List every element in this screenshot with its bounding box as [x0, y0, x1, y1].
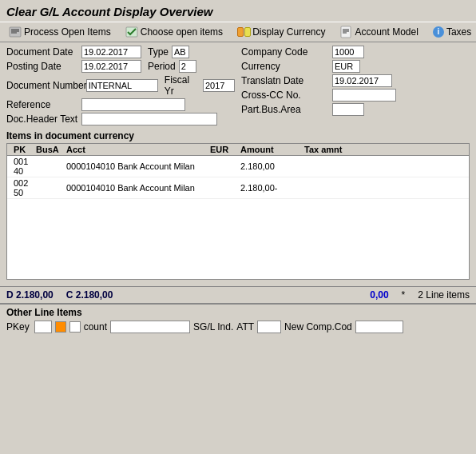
form-section: Document Date Type Posting Date Period D…: [6, 46, 470, 127]
translatn-date-row: Translatn Date: [241, 74, 470, 87]
toolbar-taxes[interactable]: i Taxes: [430, 26, 474, 38]
posting-date-row: Posting Date Period: [6, 60, 235, 73]
part-bus-row: Part.Bus.Area: [241, 103, 470, 116]
form-left: Document Date Type Posting Date Period D…: [6, 46, 235, 127]
reference-input[interactable]: [81, 98, 185, 111]
company-code-row: Company Code: [241, 46, 470, 58]
company-code-label: Company Code: [241, 46, 329, 58]
type-input[interactable]: [172, 46, 189, 58]
type-label: Type: [148, 46, 169, 58]
row2-amount: 2.180,00-: [237, 183, 301, 193]
toolbar: Process Open Items Choose open items Dis…: [0, 22, 476, 42]
posting-date-label: Posting Date: [6, 61, 78, 72]
part-bus-label: Part.Bus.Area: [241, 104, 329, 115]
table-row[interactable]: 001 40 0000104010 Bank Account Milan 2.1…: [7, 156, 469, 177]
footer-line-items: 2 Line items: [418, 289, 470, 301]
fiscal-yr-input[interactable]: [203, 79, 235, 92]
col-header-taxamnt: Tax amnt: [301, 145, 357, 154]
period-label: Period: [148, 61, 176, 72]
reference-label: Reference: [6, 99, 78, 110]
svg-rect-0: [10, 27, 21, 37]
currency-label: Currency: [241, 61, 329, 72]
footer-debit: D 2.180,00: [6, 289, 54, 301]
posting-date-input[interactable]: [81, 60, 141, 73]
doc-number-input[interactable]: [86, 79, 158, 92]
col-header-acct: Acct: [63, 145, 207, 154]
newcomp-input[interactable]: [355, 321, 403, 333]
col-header-eur: EUR: [207, 145, 237, 154]
taxes-label: Taxes: [446, 26, 471, 38]
company-code-input[interactable]: [332, 46, 364, 58]
fiscal-yr-label: Fiscal Yr: [165, 74, 200, 97]
row1-pk: 001 40: [10, 157, 33, 176]
process-open-items-label: Process Open Items: [24, 26, 111, 38]
account-model-label: Account Model: [355, 26, 418, 38]
translatn-date-input[interactable]: [332, 74, 392, 87]
col-header-pk: PK: [10, 145, 33, 154]
footer-credit: C 2.180,00: [66, 289, 113, 301]
main-content: Document Date Type Posting Date Period D…: [0, 42, 476, 286]
doc-header-label: Doc.Header Text: [6, 114, 78, 125]
items-table: PK BusA Acct EUR Amount Tax amnt 001 40 …: [6, 143, 470, 280]
white-box: [69, 321, 81, 333]
account-icon: [339, 26, 352, 38]
col-header-busa: BusA: [33, 145, 63, 154]
newcomp-label: New Comp.Cod: [284, 321, 352, 333]
doc-number-row: Document Number Fiscal Yr: [6, 74, 235, 97]
cross-cc-input[interactable]: [332, 89, 396, 102]
document-date-input[interactable]: [81, 46, 141, 58]
page-title: Clear G/L Account Display Overview: [6, 5, 212, 18]
count-input[interactable]: [110, 321, 190, 333]
other-section: Other Line Items PKey count SG/L Ind. AT…: [0, 303, 476, 336]
toolbar-process-open-items[interactable]: Process Open Items: [6, 25, 113, 39]
part-bus-input[interactable]: [332, 103, 364, 116]
row1-amount: 2.180,00: [237, 161, 301, 171]
process-icon: [9, 26, 22, 38]
currency-row: Currency: [241, 60, 470, 73]
col-header-amount: Amount: [237, 145, 301, 154]
row2-pk: 002 50: [10, 178, 33, 197]
title-bar: Clear G/L Account Display Overview: [0, 0, 476, 22]
display-currency-label: Display Currency: [252, 26, 325, 38]
translatn-date-label: Translatn Date: [241, 75, 329, 86]
reference-row: Reference: [6, 98, 235, 111]
document-date-label: Document Date: [6, 46, 78, 58]
footer-star: *: [402, 289, 406, 301]
footer-balance: 0,00: [370, 289, 388, 301]
svg-rect-5: [341, 26, 351, 38]
choose-open-items-label: Choose open items: [141, 26, 223, 38]
doc-header-row: Doc.Header Text: [6, 113, 235, 125]
table-spacer: [7, 199, 469, 279]
att-label: ATT: [236, 321, 254, 333]
sgind-label: SG/L Ind.: [193, 321, 233, 333]
info-icon: i: [433, 26, 444, 38]
row2-acct: 0000104010 Bank Account Milan: [63, 183, 207, 193]
footer-bar: D 2.180,00 C 2.180,00 0,00 * 2 Line item…: [0, 286, 476, 303]
pkey-input[interactable]: [34, 321, 52, 333]
currency-input[interactable]: [332, 60, 360, 73]
orange-box: [55, 321, 66, 333]
doc-number-label: Document Number: [6, 80, 83, 91]
pkey-label: PKey: [6, 321, 30, 333]
row1-acct: 0000104010 Bank Account Milan: [63, 161, 207, 171]
toolbar-display-currency[interactable]: Display Currency: [235, 25, 327, 39]
cross-cc-row: Cross-CC No.: [241, 89, 470, 102]
table-header: PK BusA Acct EUR Amount Tax amnt: [7, 144, 469, 156]
table-row[interactable]: 002 50 0000104010 Bank Account Milan 2.1…: [7, 177, 469, 199]
form-right: Company Code Currency Translatn Date Cro…: [241, 46, 470, 127]
toolbar-account-model[interactable]: Account Model: [337, 25, 420, 39]
doc-header-input[interactable]: [81, 113, 217, 125]
other-section-header: Other Line Items: [6, 307, 470, 318]
toolbar-choose-open-items[interactable]: Choose open items: [123, 25, 225, 39]
document-date-row: Document Date Type: [6, 46, 235, 58]
items-section-header: Items in document currency: [6, 130, 470, 141]
other-row: PKey count SG/L Ind. ATT New Comp.Cod: [6, 321, 470, 333]
choose-icon: [125, 26, 138, 38]
cross-cc-label: Cross-CC No.: [241, 90, 329, 101]
count-label: count: [84, 321, 107, 333]
att-input[interactable]: [257, 321, 281, 333]
currency-icon: [237, 26, 250, 38]
period-input[interactable]: [179, 60, 196, 73]
